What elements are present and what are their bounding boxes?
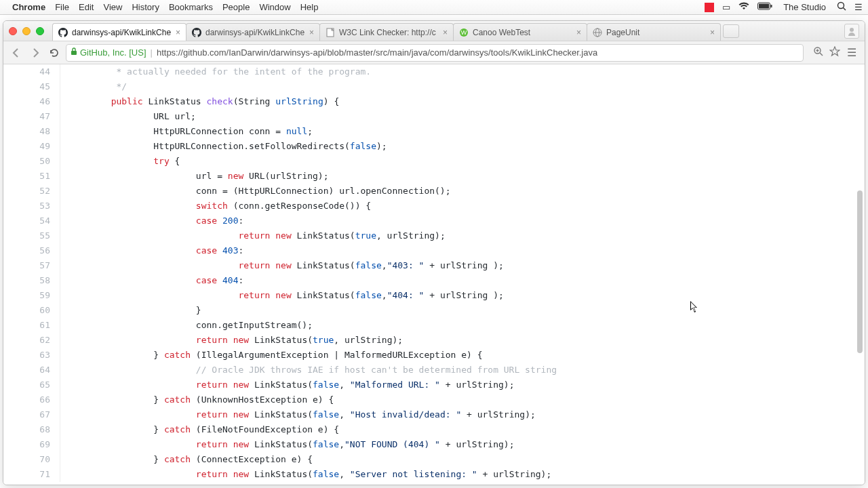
line-number[interactable]: 64 [3, 363, 60, 378]
notification-center-icon[interactable]: ☰ [854, 2, 863, 12]
code-content[interactable]: return new LinkStatus(false, "Server not… [60, 467, 865, 482]
code-content[interactable]: case 404: [60, 273, 865, 288]
code-content[interactable]: case 403: [60, 243, 865, 258]
back-button[interactable] [9, 45, 24, 60]
zoom-window-button[interactable] [36, 27, 44, 35]
line-number[interactable]: 56 [3, 243, 60, 258]
code-content[interactable]: } catch (UnknownHostException e) { [60, 392, 865, 407]
browser-tab[interactable]: WCanoo WebTest× [453, 23, 587, 41]
code-content[interactable]: // Oracle JDK throws IAE if host can't b… [60, 363, 865, 378]
tab-close-icon[interactable]: × [309, 28, 314, 37]
page-content[interactable]: 44 * actually needed for the intent of t… [3, 64, 865, 485]
vertical-scrollbar[interactable] [854, 64, 864, 485]
line-number[interactable]: 71 [3, 467, 60, 482]
menu-item[interactable]: Help [300, 2, 319, 12]
code-content[interactable]: try { [60, 154, 865, 169]
new-tab-button[interactable] [723, 24, 739, 38]
recording-status-icon[interactable] [705, 3, 714, 12]
user-name[interactable]: The Studio [783, 2, 826, 12]
code-content[interactable]: return new LinkStatus(true, urlString); [60, 228, 865, 243]
line-number[interactable]: 45 [3, 79, 60, 94]
code-content[interactable]: */ [60, 79, 865, 94]
menu-item[interactable]: Window [259, 2, 290, 12]
chrome-menu-button[interactable]: ☰ [844, 45, 859, 60]
code-content[interactable]: } catch (IllegalArgumentException | Malf… [60, 348, 865, 363]
close-window-button[interactable] [9, 27, 17, 35]
line-number[interactable]: 53 [3, 199, 60, 214]
code-content[interactable]: conn.getInputStream(); [60, 318, 865, 333]
zoom-omnibox-icon[interactable] [813, 46, 824, 60]
code-content[interactable]: } catch (ConnectException e) { [60, 452, 865, 467]
tab-close-icon[interactable]: × [710, 28, 715, 37]
line-number[interactable]: 57 [3, 258, 60, 273]
code-content[interactable]: HttpURLConnection.setFollowRedirects(fal… [60, 139, 865, 154]
code-content[interactable]: * actually needed for the intent of the … [60, 64, 865, 79]
tab-close-icon[interactable]: × [176, 28, 180, 37]
line-number[interactable]: 60 [3, 303, 60, 318]
line-number[interactable]: 44 [3, 64, 60, 79]
browser-tab[interactable]: darwinsys-api/KwikLinkChe× [186, 23, 320, 41]
line-number[interactable]: 70 [3, 452, 60, 467]
browser-tab[interactable]: W3C Link Checker: http://c× [319, 23, 454, 41]
code-content[interactable]: } [60, 303, 865, 318]
line-number[interactable]: 52 [3, 184, 60, 199]
line-number[interactable]: 62 [3, 333, 60, 348]
line-number[interactable]: 50 [3, 154, 60, 169]
code-content[interactable]: } catch (FileNotFoundException e) { [60, 422, 865, 437]
code-content[interactable]: public LinkStatus check(String urlString… [60, 94, 865, 109]
tab-close-icon[interactable]: × [443, 28, 448, 37]
reload-button[interactable] [47, 45, 62, 60]
code-content[interactable]: return new LinkStatus(false,"404: " + ur… [60, 288, 865, 303]
line-number[interactable]: 66 [3, 392, 60, 407]
battery-status-icon[interactable] [757, 2, 772, 12]
line-number[interactable]: 46 [3, 94, 60, 109]
menu-item[interactable]: Edit [79, 2, 94, 12]
line-number[interactable]: 51 [3, 169, 60, 184]
line-number[interactable]: 61 [3, 318, 60, 333]
line-number[interactable]: 59 [3, 288, 60, 303]
line-number[interactable]: 63 [3, 348, 60, 363]
code-content[interactable]: URL url; [60, 109, 865, 124]
scrollbar-thumb[interactable] [857, 190, 863, 353]
menu-item[interactable]: Bookmarks [169, 2, 213, 12]
code-content[interactable]: switch (conn.getResponseCode()) { [60, 199, 865, 214]
code-content[interactable]: HttpURLConnection conn = null; [60, 124, 865, 139]
line-number[interactable]: 68 [3, 422, 60, 437]
line-number[interactable]: 67 [3, 407, 60, 422]
code-content[interactable]: return new LinkStatus(false,"403: " + ur… [60, 258, 865, 273]
line-number[interactable]: 49 [3, 139, 60, 154]
spotlight-search-icon[interactable] [837, 1, 846, 13]
code-content[interactable]: url = new URL(urlString); [60, 169, 865, 184]
bookmark-star-icon[interactable] [829, 46, 840, 60]
line-number[interactable]: 58 [3, 273, 60, 288]
code-line: 45 */ [3, 79, 865, 94]
line-number[interactable]: 54 [3, 214, 60, 228]
line-number[interactable]: 47 [3, 109, 60, 124]
line-number[interactable]: 65 [3, 378, 60, 392]
forward-button[interactable] [28, 45, 43, 60]
browser-tab[interactable]: PageUnit× [587, 23, 721, 41]
line-number[interactable]: 55 [3, 228, 60, 243]
code-content[interactable]: return new LinkStatus(false, "Malformed … [60, 378, 865, 392]
browser-tab[interactable]: darwinsys-api/KwikLinkChe× [52, 23, 186, 41]
code-content[interactable]: case 200: [60, 214, 865, 228]
display-status-icon[interactable]: ▭ [722, 2, 730, 12]
menu-item[interactable]: File [55, 2, 69, 12]
line-number[interactable]: 48 [3, 124, 60, 139]
line-number[interactable]: 69 [3, 437, 60, 452]
address-bar[interactable]: GitHub, Inc. [US] | https://github.com/I… [66, 44, 804, 62]
code-content[interactable]: return new LinkStatus(false, "Host inval… [60, 407, 865, 422]
code-content[interactable]: conn = (HttpURLConnection) url.openConne… [60, 184, 865, 199]
menu-item[interactable]: History [132, 2, 159, 12]
profile-button[interactable] [844, 24, 859, 39]
menu-item[interactable]: View [103, 2, 122, 12]
code-content[interactable]: return new LinkStatus(false,"NOT FOUND (… [60, 437, 865, 452]
app-name[interactable]: Chrome [12, 2, 45, 12]
code-content[interactable]: return new LinkStatus(true, urlString); [60, 333, 865, 348]
cert-org: GitHub, Inc. [US] [80, 47, 146, 58]
minimize-window-button[interactable] [22, 27, 31, 35]
code-line: 62 return new LinkStatus(true, urlString… [3, 333, 865, 348]
tab-close-icon[interactable]: × [576, 28, 581, 37]
menu-item[interactable]: People [222, 2, 250, 12]
wifi-status-icon[interactable] [738, 2, 749, 12]
